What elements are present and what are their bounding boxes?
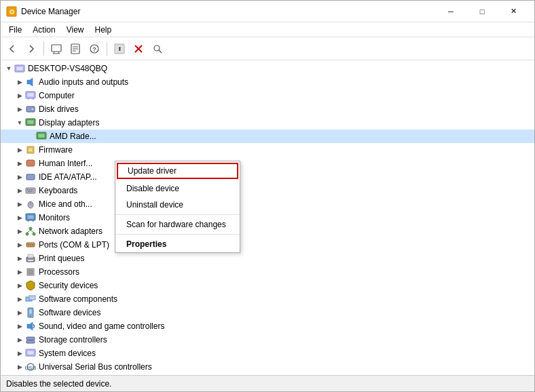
expand-arrow: ▶ — [14, 77, 25, 87]
tree-root[interactable]: ▼ DESKTOP-VS48QBQ — [1, 62, 534, 75]
menu-action[interactable]: Action — [27, 24, 60, 36]
context-uninstall-device[interactable]: Uninstall device — [115, 197, 240, 213]
hid-icon — [25, 158, 36, 169]
list-item[interactable]: ▶ USB Universal Serial Bus controllers — [1, 360, 534, 374]
expand-arrow: ▶ — [14, 212, 25, 223]
expand-arrow: ▶ — [14, 294, 25, 305]
list-item[interactable]: ▶ Sound, video and game controllers — [1, 319, 534, 333]
display-label: Display adapters — [39, 118, 99, 128]
root-icon — [14, 63, 25, 74]
sound-icon — [25, 321, 36, 332]
svg-marker-65 — [27, 322, 33, 330]
network-icon — [25, 226, 36, 237]
svg-rect-32 — [29, 148, 33, 152]
list-item[interactable]: ▶ Audio inputs and outputs — [1, 75, 534, 89]
context-properties[interactable]: Properties — [115, 236, 240, 252]
list-item[interactable]: ▶ Firmware — [1, 143, 534, 157]
list-item[interactable]: AMD Rade... — [1, 130, 534, 143]
menu-view[interactable]: View — [61, 24, 90, 36]
usb-icon: USB — [25, 361, 36, 372]
list-item[interactable]: ▶ IDE ATA/ATAP... — [1, 170, 534, 184]
list-item[interactable]: ▶ Keyboards — [1, 184, 534, 197]
back-button[interactable] — [3, 40, 21, 58]
svg-rect-39 — [28, 191, 33, 192]
list-item[interactable]: ▶ Storage controllers — [1, 333, 534, 347]
main-area: ▼ DESKTOP-VS48QBQ ▶ Audio inputs an — [1, 60, 534, 375]
device-tree[interactable]: ▼ DESKTOP-VS48QBQ ▶ Audio inputs an — [1, 60, 534, 375]
svg-rect-37 — [29, 189, 31, 191]
list-item[interactable]: ▶ Software components — [1, 292, 534, 306]
processor-icon — [25, 267, 36, 277]
list-item[interactable]: ▶ Computer — [1, 89, 534, 102]
context-disable-device[interactable]: Disable device — [115, 180, 240, 197]
storage-label: Storage controllers — [39, 335, 107, 345]
maximize-button[interactable]: □ — [466, 1, 498, 22]
list-item[interactable]: ▶ Network adapters — [1, 224, 534, 238]
svg-rect-19 — [16, 66, 23, 71]
status-text: Disables the selected device. — [6, 379, 111, 389]
svg-text:⚙: ⚙ — [9, 8, 15, 16]
root-arrow: ▼ — [3, 63, 14, 74]
security-icon — [25, 280, 36, 291]
print-icon — [25, 253, 36, 264]
sw-devices-icon — [25, 307, 36, 318]
mice-label: Mice and oth... — [39, 199, 92, 209]
expand-arrow: ▶ — [14, 185, 25, 196]
list-item[interactable]: ▶ Ports (COM & LPT) — [1, 238, 534, 252]
properties-button[interactable] — [67, 40, 84, 58]
help-button[interactable]: ? — [86, 40, 103, 58]
ports-label: Ports (COM & LPT) — [39, 240, 109, 250]
app-icon: ⚙ — [6, 6, 17, 17]
svg-rect-63 — [29, 309, 32, 314]
forward-button[interactable] — [22, 40, 40, 58]
svg-point-46 — [29, 227, 32, 230]
list-item[interactable]: ▶ Human Interf... — [1, 157, 534, 170]
menu-help[interactable]: Help — [90, 24, 117, 36]
list-item[interactable]: ▶ Processors — [1, 265, 534, 279]
svg-text:⬆: ⬆ — [117, 46, 122, 52]
audio-icon — [25, 77, 36, 87]
security-label: Security devices — [39, 281, 98, 290]
ide-label: IDE ATA/ATAP... — [39, 172, 97, 182]
svg-line-17 — [159, 50, 162, 53]
uninstall-button[interactable] — [130, 40, 147, 58]
list-item[interactable]: ▼ Display adapters — [1, 116, 534, 130]
disk-icon — [25, 104, 36, 115]
main-window: ⚙ Device Manager ─ □ ✕ File Action View … — [0, 0, 535, 392]
list-item[interactable]: ▶ Disk drives — [1, 102, 534, 116]
svg-point-53 — [30, 244, 31, 246]
window-controls: ─ □ ✕ — [435, 1, 529, 22]
svg-text:?: ? — [92, 46, 96, 53]
computer-label: Computer — [39, 91, 75, 100]
list-item[interactable]: ▶ Software devices — [1, 306, 534, 319]
svg-point-48 — [33, 233, 35, 235]
monitor-icon — [25, 212, 36, 223]
expand-arrow: ▶ — [14, 280, 25, 291]
usb-label: Universal Serial Bus controllers — [39, 362, 152, 372]
expand-arrow: ▶ — [14, 239, 25, 250]
computer-view-button[interactable] — [48, 40, 65, 58]
svg-rect-38 — [31, 189, 33, 191]
computer-icon — [25, 90, 36, 101]
context-update-driver[interactable]: Update driver — [117, 163, 238, 179]
toolbar: ? ⬆ — [1, 37, 534, 60]
svg-point-52 — [28, 244, 29, 246]
scan-hardware-button[interactable] — [149, 40, 166, 58]
update-driver-toolbar-button[interactable]: ⬆ — [111, 40, 128, 58]
minimize-button[interactable]: ─ — [435, 1, 466, 22]
context-scan-hardware[interactable]: Scan for hardware changes — [115, 216, 240, 233]
menu-file[interactable]: File — [3, 24, 27, 36]
list-item[interactable]: ▶ Security devices — [1, 279, 534, 292]
list-item[interactable]: ▶ Monitors — [1, 211, 534, 224]
svg-point-26 — [31, 108, 34, 111]
firmware-label: Firmware — [39, 145, 73, 155]
expand-arrow: ▶ — [14, 348, 25, 359]
close-button[interactable]: ✕ — [498, 1, 529, 22]
expand-arrow: ▶ — [14, 361, 25, 372]
keyboard-icon — [25, 185, 36, 196]
context-menu: Update driver Disable device Uninstall d… — [115, 161, 240, 253]
list-item[interactable]: ▶ System devices — [1, 347, 534, 360]
sound-label: Sound, video and game controllers — [39, 321, 164, 331]
list-item[interactable]: ▶ Print queues — [1, 252, 534, 265]
list-item[interactable]: ▶ Mice and oth... — [1, 197, 534, 211]
